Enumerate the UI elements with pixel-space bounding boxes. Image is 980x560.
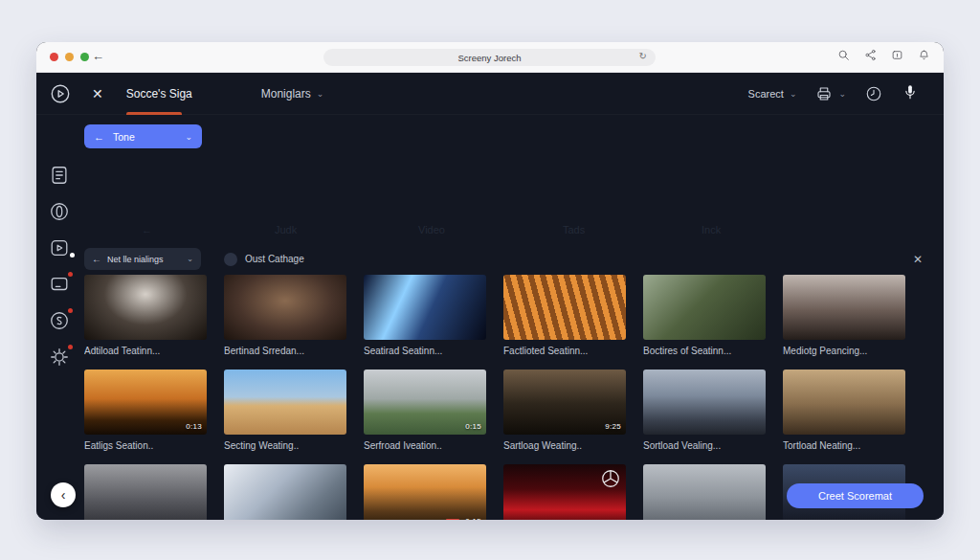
ghost-tab-judk: Judk [275,224,297,235]
video-thumbnail[interactable] [643,370,766,435]
duration-badge: 0:15 [465,422,481,431]
video-thumbnail[interactable] [224,275,346,340]
printer-icon [815,85,833,102]
video-caption: Seatirad Seatinn... [364,346,486,358]
back-arrow-icon: ← [94,131,104,143]
notification-dot [68,272,73,277]
video-thumbnail[interactable] [643,275,766,340]
tone-button-label: Tone [113,131,135,143]
video-thumbnail[interactable] [84,464,207,520]
video-thumbnail[interactable] [783,275,905,340]
screen-icon[interactable] [49,274,70,295]
video-card: Tortload Neating... [783,370,905,453]
duration-badge: 0:15 [465,517,481,520]
browser-back-icon[interactable]: ← [92,49,104,63]
chevron-down-icon: ⌄ [317,89,324,99]
app-logo-icon[interactable] [50,83,71,104]
back-fab-button[interactable]: ‹ [51,482,76,507]
minimize-window-button[interactable] [65,53,74,61]
url-text: Screeny Jorech [457,53,521,63]
close-icon[interactable]: ✕ [92,86,103,101]
search-icon[interactable] [837,49,850,61]
video-thumbnail[interactable]: 0:13 [84,370,207,435]
video-thumbnail[interactable] [84,275,207,340]
video-card: 0:13 Eatligs Seation.. [84,370,207,453]
video-caption: Boctires of Seatinn... [643,346,766,358]
filter-dropdown[interactable]: ← Net lle nialings ⌄ [84,248,201,270]
video-card: Secting Weating.. [224,370,346,453]
tab-label: Socce's Siga [126,87,192,101]
video-caption: Tortload Neating... [783,440,905,453]
video-thumbnail[interactable] [224,370,346,435]
video-card [643,464,766,520]
video-thumbnail[interactable] [643,464,766,520]
ghost-tab-inck: Inck [702,224,721,235]
video-card: 9:25 Sartloag Weating.. [503,370,626,453]
scarect-dropdown[interactable]: Scarect ⌄ [748,88,797,100]
filter-dropdown-label: Net lle nialings [107,255,164,264]
back-arrow-icon: ← [92,254,101,264]
video-caption: Sartloag Weating.. [503,440,626,453]
video-caption: Adtiload Teatinn... [84,346,207,358]
notification-dot [70,253,75,258]
tab-socces-siga[interactable]: Socce's Siga [126,73,192,115]
chevron-down-icon: ⌄ [187,255,193,263]
main-content: ← Tone ⌄ ← Judk Video Tads Inck ← Net ll… [82,115,944,520]
close-icon[interactable]: ✕ [913,253,923,266]
mic-icon[interactable] [902,83,919,104]
compass-icon[interactable] [49,201,70,222]
duration-badge: 9:25 [605,422,621,431]
clock-icon[interactable] [865,85,882,102]
create-scoremat-button[interactable]: Creet Scoremat [787,483,924,508]
maximize-window-button[interactable] [80,53,89,61]
mercedes-star-icon [600,468,621,489]
video-card [224,464,346,520]
video-thumbnail[interactable]: 0:15 [364,464,486,520]
browser-chrome: ← Screeny Jorech ↻ [36,42,944,73]
video-thumbnail[interactable] [503,275,626,340]
printer-dropdown[interactable]: ⌄ [815,85,846,102]
tab-moniglars[interactable]: Moniglars ⌄ [261,73,324,115]
video-card: 0:15 [364,464,486,520]
duration-badge: 0:13 [186,422,202,431]
video-thumbnail[interactable]: 9:25 [503,370,626,435]
video-thumbnail[interactable] [783,370,905,435]
address-bar[interactable]: Screeny Jorech ↻ [323,49,656,66]
window-icon[interactable] [891,49,903,61]
video-card: Mediotg Peancing... [783,275,905,358]
tab-label: Moniglars [261,87,311,101]
close-window-button[interactable] [50,53,58,61]
video-card: Boctires of Seatinn... [643,275,766,358]
background-tabs-row: ← Judk Video Tads Inck [82,222,944,241]
chevron-down-icon: ⌄ [838,89,846,99]
reload-icon[interactable]: ↻ [639,51,647,61]
gear-icon[interactable] [49,347,70,368]
ghost-back-arrow: ← [142,224,152,235]
bell-icon[interactable] [918,49,930,61]
video-thumbnail[interactable] [364,275,486,340]
video-thumbnail[interactable] [503,464,626,520]
notification-dot [68,308,73,313]
app-surface: ✕ Socce's Siga Moniglars ⌄ Scarect ⌄ ⌄ [36,73,944,520]
notification-dot [68,345,73,349]
video-card: Seatirad Seatinn... [364,275,486,358]
video-card: Adtiload Teatinn... [84,275,207,358]
coin-icon[interactable] [49,310,70,331]
notes-icon[interactable] [49,165,70,186]
chevron-down-icon: ⌄ [790,89,797,99]
ghost-tab-video: Video [418,224,445,235]
browser-window: ← Screeny Jorech ↻ ✕ Socce's Siga Monigl… [36,42,944,520]
video-thumbnail[interactable] [224,464,346,520]
tone-button[interactable]: ← Tone ⌄ [84,124,202,148]
toggle-label: Oust Cathage [245,254,304,264]
video-thumbnail[interactable]: 0:15 [364,370,486,435]
ghost-tab-tads: Tads [563,224,585,235]
video-card: Sortload Vealing... [643,370,766,453]
share-icon[interactable] [864,49,877,61]
video-card: Factlioted Seatinn... [503,275,626,358]
play-icon[interactable] [49,237,70,258]
video-caption: Secting Weating.. [224,440,346,453]
dropdown-label: Scarect [748,88,784,100]
toggle-icon[interactable] [224,253,237,266]
video-card: Bertinad Srredan... [224,275,346,358]
